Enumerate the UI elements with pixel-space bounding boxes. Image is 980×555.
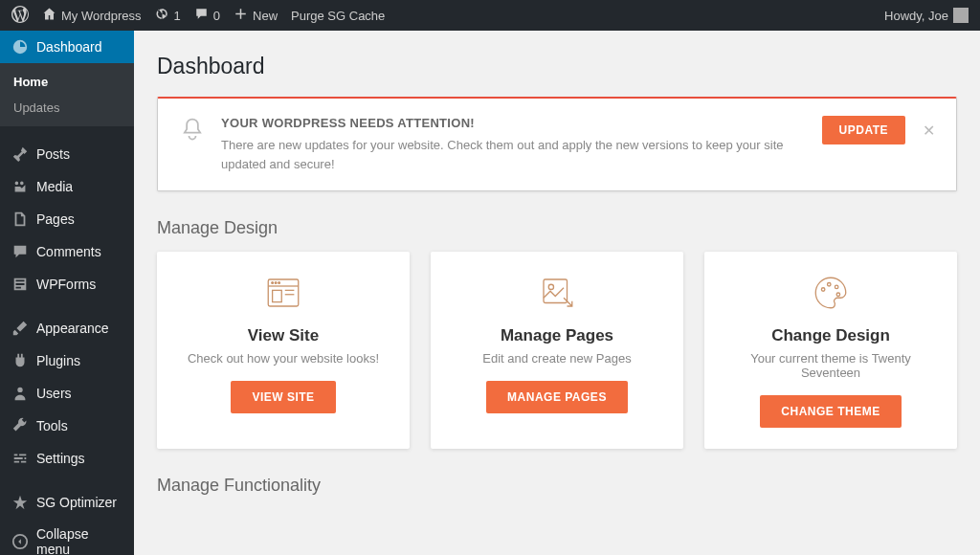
sidebar-item-comments[interactable]: Comments xyxy=(0,235,134,268)
sidebar-wpforms-label: WPForms xyxy=(36,277,96,292)
section-manage-functionality: Manage Functionality xyxy=(157,476,957,496)
sliders-icon xyxy=(11,450,29,467)
admin-bar: My Wordpress 1 0 New Purge SG Cache Howd… xyxy=(0,0,980,31)
sidebar-users-label: Users xyxy=(36,386,72,401)
site-name-link[interactable]: My Wordpress xyxy=(42,7,142,24)
svg-point-4 xyxy=(275,282,277,284)
sidebar-item-posts[interactable]: Posts xyxy=(0,138,134,170)
pin-icon xyxy=(11,145,29,163)
svg-point-5 xyxy=(278,282,280,284)
updates-link[interactable]: 1 xyxy=(155,7,181,24)
card-change-design-title: Change Design xyxy=(720,326,942,345)
brush-icon xyxy=(11,320,29,337)
sidebar-appearance-label: Appearance xyxy=(36,321,109,336)
sidebar-comments-label: Comments xyxy=(36,244,101,259)
svg-point-12 xyxy=(828,283,832,287)
sidebar-sub-updates[interactable]: Updates xyxy=(0,95,134,121)
sidebar-item-users[interactable]: Users xyxy=(0,377,134,410)
new-content-link[interactable]: New xyxy=(234,7,278,24)
main-content: Dashboard YOUR WORDPRESS NEEDS ATTENTION… xyxy=(134,31,980,555)
sidebar-sg-label: SG Optimizer xyxy=(36,495,117,510)
update-button[interactable]: UPDATE xyxy=(822,116,905,144)
sidebar-item-media[interactable]: Media xyxy=(0,170,134,203)
site-name-label: My Wordpress xyxy=(61,9,142,23)
home-icon xyxy=(42,7,56,24)
manage-pages-button[interactable]: MANAGE PAGES xyxy=(486,381,628,413)
sidebar-posts-label: Posts xyxy=(36,146,70,162)
avatar xyxy=(953,8,969,23)
sidebar-item-dashboard[interactable]: Dashboard xyxy=(0,31,134,63)
card-view-site-title: View Site xyxy=(172,326,394,345)
wordpress-logo-menu[interactable] xyxy=(11,6,29,26)
svg-rect-9 xyxy=(544,279,568,303)
howdy-label: Howdy, Joe xyxy=(884,9,948,23)
bell-icon xyxy=(179,116,206,145)
admin-sidebar: Dashboard Home Updates Posts Media Pages… xyxy=(0,31,134,555)
view-site-button[interactable]: VIEW SITE xyxy=(231,381,335,413)
notice-title: YOUR WORDPRESS NEEDS ATTENTION! xyxy=(221,116,807,130)
svg-point-14 xyxy=(836,293,840,297)
sidebar-item-appearance[interactable]: Appearance xyxy=(0,312,134,344)
card-manage-pages-title: Manage Pages xyxy=(446,326,668,345)
comments-icon xyxy=(11,243,29,260)
user-menu[interactable]: Howdy, Joe xyxy=(884,8,969,23)
sidebar-settings-label: Settings xyxy=(36,451,85,466)
purge-cache-link[interactable]: Purge SG Cache xyxy=(291,9,385,23)
comments-link[interactable]: 0 xyxy=(194,7,220,24)
sidebar-item-plugins[interactable]: Plugins xyxy=(0,344,134,377)
wordpress-icon xyxy=(11,6,29,26)
card-view-site: View Site Check out how your website loo… xyxy=(157,252,410,449)
updates-count-label: 1 xyxy=(174,9,181,23)
sidebar-collapse-label: Collapse menu xyxy=(36,526,122,555)
sidebar-pages-label: Pages xyxy=(36,211,75,227)
close-icon[interactable]: ✕ xyxy=(923,122,935,140)
sidebar-dashboard-label: Dashboard xyxy=(36,39,102,55)
pages-icon xyxy=(11,211,29,228)
plus-icon xyxy=(234,7,248,24)
svg-point-3 xyxy=(272,282,274,284)
palette-icon xyxy=(720,273,942,313)
card-manage-pages: Manage Pages Edit and create new Pages M… xyxy=(431,252,683,449)
sidebar-plugins-label: Plugins xyxy=(36,353,80,368)
sidebar-sub-home[interactable]: Home xyxy=(0,69,134,95)
svg-point-11 xyxy=(821,288,825,292)
media-icon xyxy=(11,178,29,195)
sidebar-item-sg-optimizer[interactable]: SG Optimizer xyxy=(0,486,134,519)
sidebar-media-label: Media xyxy=(36,179,73,194)
comment-icon xyxy=(194,7,209,24)
card-view-site-desc: Check out how your website looks! xyxy=(172,351,394,366)
optimizer-icon xyxy=(11,494,29,511)
section-manage-design: Manage Design xyxy=(157,218,957,238)
update-notice: YOUR WORDPRESS NEEDS ATTENTION! There ar… xyxy=(157,97,957,191)
purge-cache-label: Purge SG Cache xyxy=(291,9,385,23)
notice-text: There are new updates for your website. … xyxy=(221,136,807,173)
sidebar-tools-label: Tools xyxy=(36,418,68,433)
sidebar-submenu-dashboard: Home Updates xyxy=(0,63,134,126)
card-change-design: Change Design Your current theme is Twen… xyxy=(704,252,957,449)
refresh-icon xyxy=(155,7,169,24)
card-manage-pages-desc: Edit and create new Pages xyxy=(446,351,668,366)
design-cards: View Site Check out how your website loo… xyxy=(157,252,957,449)
comments-count-label: 0 xyxy=(213,9,220,23)
form-icon xyxy=(11,276,29,293)
svg-point-13 xyxy=(835,285,838,289)
new-label: New xyxy=(253,9,278,23)
browser-icon xyxy=(172,273,394,313)
user-icon xyxy=(11,385,29,402)
card-change-design-desc: Your current theme is Twenty Seventeen xyxy=(720,351,942,380)
wrench-icon xyxy=(11,417,29,434)
plugin-icon xyxy=(11,352,29,369)
page-title: Dashboard xyxy=(157,54,957,79)
svg-rect-6 xyxy=(273,290,282,301)
svg-point-10 xyxy=(548,284,553,289)
sidebar-item-settings[interactable]: Settings xyxy=(0,442,134,475)
collapse-icon xyxy=(11,533,29,550)
dashboard-icon xyxy=(11,38,29,56)
change-theme-button[interactable]: CHANGE THEME xyxy=(760,395,901,428)
sidebar-item-pages[interactable]: Pages xyxy=(0,203,134,235)
sidebar-item-wpforms[interactable]: WPForms xyxy=(0,268,134,300)
sidebar-item-tools[interactable]: Tools xyxy=(0,410,134,442)
sidebar-item-collapse[interactable]: Collapse menu xyxy=(0,519,134,555)
image-edit-icon xyxy=(446,273,668,313)
